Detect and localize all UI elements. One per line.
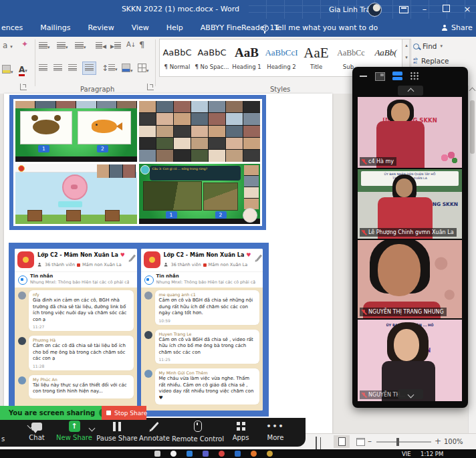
stop-share-button[interactable]: Stop Share [102,406,146,420]
muted-mic-icon [361,229,366,236]
share-button[interactable]: Share [441,19,473,37]
new-share-button[interactable]: ↑ New Share [53,421,95,441]
strip-view-icon[interactable] [392,72,402,80]
zoom-slider[interactable] [376,441,431,443]
annotate-button[interactable]: Annotate [137,421,172,442]
style-item[interactable]: AaBbCcI Heading 2 [264,39,299,76]
taskbar-app-icon[interactable] [203,451,209,457]
account-avatar[interactable] [368,3,382,17]
align-center-button[interactable] [53,64,62,73]
taskbar-app-icon[interactable] [251,451,257,457]
windows-taskbar: VIE 1:12 PM [0,449,476,458]
gallery-view-icon[interactable] [410,72,419,80]
chat-subtitle: 36 thành viên Mầm non Xuân La [37,261,127,268]
crocodile-image [203,183,238,211]
change-case-button[interactable]: a ▾ [3,41,13,51]
participants-strip [15,101,137,108]
ribbon-tab[interactable]: View [123,19,158,37]
increase-indent-button[interactable]: ▸ [110,41,121,51]
replace-button[interactable]: abac Replace [413,57,449,65]
chat-message: Phương Hà Cảm ơn các cô đã chia sẻ tài l… [18,336,134,370]
document-page[interactable]: 1 2 [4,94,332,436]
video-tile[interactable]: NGUYỄN THỊ TRANG NHUNG [358,240,462,318]
sort-button[interactable]: A↓ [126,40,136,49]
bullets-button[interactable]: ▾ [39,41,50,52]
numbering-button[interactable]: ▾ [57,41,68,52]
ribbon-tab[interactable]: Review [79,19,122,37]
font-color-button[interactable]: A▾ [19,65,27,76]
scroll-down-icon[interactable]: ▾ [405,55,408,60]
scroll-videos-down-button[interactable] [398,389,423,399]
panel-minimize-icon[interactable] [360,76,367,77]
zoom-video-panel: ỨNG DỤNG SKKN giáo bé năm 2022 c4 Hà my … [352,67,468,408]
zoom-in-button[interactable]: + [435,437,441,446]
scroll-up-icon[interactable] [469,88,476,94]
document-image-chats[interactable]: Lớp C2 - Mầm Non Xuân La ♥♥ ☺ 36 thành v… [9,243,269,417]
ribbon-tab[interactable]: Mailings [31,19,79,37]
paragraph-dialog-launcher[interactable] [147,84,154,90]
ribbon-tab[interactable]: ences [0,19,31,37]
decrease-indent-button[interactable]: ◂ [96,41,106,51]
align-left-button[interactable] [39,64,47,73]
taskbar-app-icon[interactable] [219,451,225,457]
taskbar-app-icon[interactable] [154,451,160,457]
chat-button[interactable]: Chat [22,421,51,441]
style-item[interactable]: AaBbC ¶ No Spac... [195,39,229,76]
remote-control-button[interactable]: Remote Control [170,421,226,443]
vertical-scrollbar[interactable] [468,86,476,435]
video-tile[interactable]: ỦY BAN NHÂN DÂN QUẬN TÂY HỒ TRƯỜNG MN XU… [358,169,462,239]
find-button[interactable]: Find▾ [413,42,443,50]
chat-header: Lớp C2 - Mầm Non Xuân La ♥♥ ☺ 36 thành v… [15,249,137,272]
group-avatar [17,251,34,268]
ribbon-display-options-icon[interactable] [399,6,408,13]
highlight-color-button[interactable]: ▾ [2,65,13,77]
avatar [144,370,152,378]
print-layout-button[interactable] [334,435,350,448]
ribbon-tab[interactable]: Help [158,19,192,37]
participant-name: c4 Hà my [360,157,396,166]
video-tile[interactable]: ỨNG DỤNG SKKN giáo bé năm 2022 c4 Hà my [358,97,462,168]
style-item[interactable]: AaE Title [299,39,334,76]
align-right-button[interactable] [68,64,77,73]
pinned-label: Tin nhắn [30,273,53,279]
clock[interactable]: 1:12 PM [421,451,443,457]
tell-me-box[interactable]: Tell me what you want to do [262,19,378,37]
apps-button[interactable]: Apps [226,421,255,441]
zoom-level[interactable]: 100% [444,438,463,445]
hearts-icon: ♥♥ [246,252,250,258]
taskbar-app-icon[interactable] [187,451,193,457]
scroll-videos-up-button[interactable] [398,86,423,96]
participants-partial-label[interactable]: s [1,435,5,443]
text-effects-button[interactable]: ✦ [21,39,28,49]
multilevel-list-button[interactable]: ▾ [75,41,86,52]
justify-button[interactable] [83,62,96,74]
line-spacing-button[interactable]: ↕▾ [102,64,118,74]
more-button[interactable]: ••• More [261,421,290,441]
scrollbar-thumb[interactable] [470,100,475,154]
restore-button[interactable] [436,0,456,19]
pinned-text: Nhung Mnxl: Thông báo Hiện tại các cô ph… [156,279,255,284]
taskbar-app-icon[interactable] [267,451,273,457]
sharing-label: You are screen sharing [9,409,95,417]
document-image-slides[interactable]: 1 2 [9,95,266,230]
borders-button[interactable]: ▾ [138,64,149,76]
scroll-up-icon[interactable]: ▴ [405,43,408,48]
font-dialog-launcher[interactable] [20,84,27,90]
minimize-button[interactable]: – [414,0,435,19]
taskbar-app-icon[interactable] [170,451,176,457]
close-button[interactable]: × [457,0,476,19]
zoom-slider-thumb[interactable] [396,438,399,446]
style-item[interactable]: AaBbC ¶ Normal [160,39,195,76]
zoom-out-button[interactable]: – [368,437,372,446]
read-mode-button[interactable] [316,437,317,450]
flower-decor [441,152,458,164]
taskbar-app-icon[interactable] [235,451,241,457]
pause-share-button[interactable]: Pause Share [95,421,139,442]
app-logo [18,165,25,172]
web-layout-button[interactable] [352,435,368,448]
speaker-view-icon[interactable] [375,72,385,81]
language-indicator[interactable]: VIE [402,451,411,457]
shading-button[interactable]: ▾ [122,64,133,76]
style-item[interactable]: AaB Heading 1 [229,39,264,76]
show-marks-button[interactable]: ¶ [139,40,144,49]
